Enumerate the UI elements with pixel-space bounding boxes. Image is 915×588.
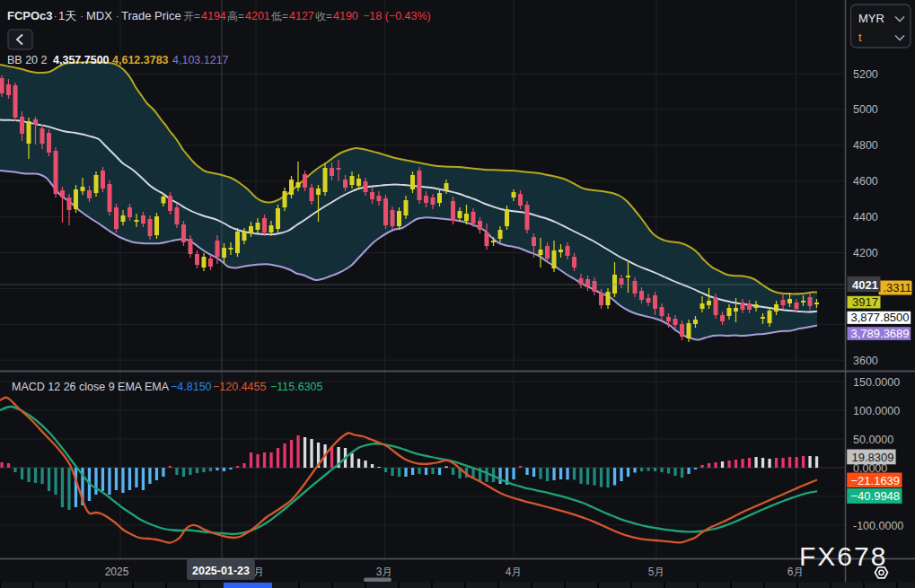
- svg-text:·: ·: [116, 9, 119, 22]
- svg-text:收=: 收=: [315, 10, 332, 22]
- svg-text:3600: 3600: [853, 355, 878, 367]
- svg-text:1天: 1天: [58, 9, 76, 22]
- svg-text:4月: 4月: [506, 566, 523, 578]
- svg-text:2025-01-23: 2025-01-23: [192, 565, 250, 577]
- svg-text:MACD 12 26 close 9 EMA EMA: MACD 12 26 close 9 EMA EMA: [12, 381, 170, 393]
- svg-text:4800: 4800: [853, 139, 878, 152]
- svg-text:低=: 低=: [271, 10, 288, 22]
- svg-text:2025: 2025: [105, 566, 129, 578]
- svg-text:−40.9948: −40.9948: [851, 489, 901, 503]
- svg-text:19.8309: 19.8309: [852, 451, 894, 464]
- svg-text:−18 (−0.43%): −18 (−0.43%): [363, 10, 431, 22]
- svg-text:5000: 5000: [853, 103, 878, 116]
- svg-text:4201: 4201: [245, 10, 270, 22]
- svg-text:4127: 4127: [289, 10, 314, 22]
- svg-text:·: ·: [54, 9, 57, 22]
- svg-text:−115.6305: −115.6305: [270, 381, 323, 393]
- svg-text:3,877.8500: 3,877.8500: [851, 311, 910, 324]
- svg-text:Trade Price: Trade Price: [121, 9, 181, 22]
- svg-text:·: ·: [80, 9, 84, 22]
- svg-text:t: t: [858, 31, 862, 44]
- svg-text:3月: 3月: [376, 566, 393, 578]
- svg-text:.3311: .3311: [884, 281, 912, 294]
- svg-text:5200: 5200: [853, 68, 878, 81]
- svg-text:BB 20 2: BB 20 2: [7, 54, 48, 66]
- svg-text:4,103.1217: 4,103.1217: [172, 54, 229, 66]
- svg-text:−21.1639: −21.1639: [851, 474, 901, 487]
- svg-text:4,612.3783: 4,612.3783: [112, 54, 169, 66]
- svg-text:MYR: MYR: [858, 12, 884, 25]
- svg-text:3917: 3917: [852, 295, 878, 309]
- svg-text:−120.4455: −120.4455: [213, 381, 266, 393]
- svg-text:4600: 4600: [853, 175, 878, 188]
- svg-text:4,357.7500: 4,357.7500: [53, 54, 110, 66]
- svg-text:5月: 5月: [648, 566, 665, 578]
- svg-text:50.0000: 50.0000: [853, 434, 893, 446]
- svg-text:3,789.3689: 3,789.3689: [851, 327, 910, 340]
- svg-text:4190: 4190: [333, 10, 358, 22]
- svg-text:FX678: FX678: [799, 541, 887, 571]
- svg-text:开=: 开=: [183, 10, 200, 22]
- svg-text:-100.0000: -100.0000: [853, 520, 903, 532]
- svg-text:4400: 4400: [853, 211, 878, 224]
- svg-text:4194: 4194: [201, 10, 226, 22]
- svg-text:FCPOc3: FCPOc3: [7, 9, 53, 22]
- svg-text:150.0000: 150.0000: [853, 376, 900, 389]
- svg-text:−4.8150: −4.8150: [171, 381, 212, 393]
- svg-text:4021: 4021: [852, 278, 878, 292]
- svg-text:MDX: MDX: [86, 9, 112, 22]
- svg-text:高=: 高=: [227, 10, 244, 22]
- svg-text:100.0000: 100.0000: [853, 405, 900, 417]
- svg-text:4200: 4200: [853, 247, 878, 259]
